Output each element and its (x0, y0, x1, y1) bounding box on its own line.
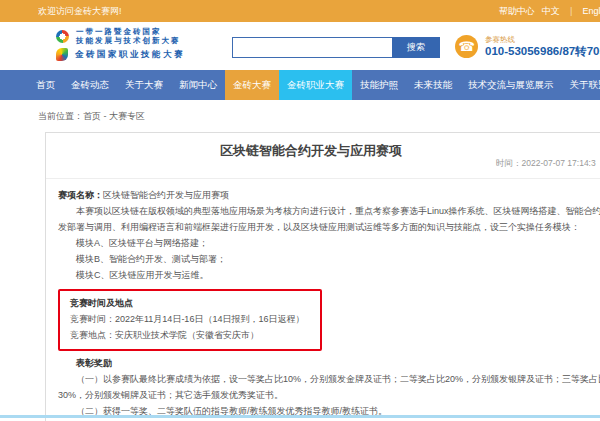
article-time: 时间：2022-07-07 17:14:3 (496, 158, 596, 170)
topbar-divider: ｜ (567, 5, 576, 18)
nav-item-news-center[interactable]: 新闻中心 (171, 70, 225, 100)
breadcrumb: 当前位置：首页 - 大赛专区 (38, 110, 600, 123)
search-bar: 搜索 (232, 37, 440, 58)
main-nav: 首页 金砖动态 关于大赛 新闻中心 金砖大赛 金砖职业大赛 技能护照 未来技能 … (0, 70, 600, 100)
language-en-link[interactable]: English (582, 6, 600, 16)
article-body: 赛项名称：区块链智能合约开发与应用赛项 本赛项以区块链在版权领域的典型落地应用场… (46, 179, 600, 421)
nav-item-brics-vocational-competition[interactable]: 金砖职业大赛 (279, 70, 352, 100)
brics-games-logo-icon (56, 48, 68, 61)
nav-item-about-competition[interactable]: 关于大赛 (117, 70, 171, 100)
event-name-line: 赛项名称：区块链智能合约开发与应用赛项 (58, 187, 600, 203)
search-input[interactable] (232, 37, 392, 58)
phone-icon: ☎ (455, 35, 478, 58)
breadcrumb-label: 当前位置： (38, 111, 83, 121)
help-center-link[interactable]: 帮助中心 (499, 5, 535, 18)
highlight-title: 竞赛时间及地点 (70, 295, 310, 311)
nav-item-about-alliance[interactable]: 关于联盟 (562, 70, 600, 100)
nav-item-brics-competition[interactable]: 金砖大赛 (225, 70, 279, 100)
language-zh-link[interactable]: 中文 (542, 5, 560, 18)
nav-item-skills-passport[interactable]: 技能护照 (352, 70, 406, 100)
logo-text-line3: 金砖国家职业技能大赛 (75, 49, 185, 61)
hotline-label: 参赛热线 (485, 35, 600, 44)
competition-time-place-highlight: 竞赛时间及地点 竞赛时间：2022年11月14日-16日（14日报到，16日返程… (58, 289, 322, 351)
module-b-line: 模块B、智能合约开发、测试与部署； (58, 251, 600, 267)
logo-text-line1: 一带一路暨金砖国家 (76, 27, 181, 36)
topbar: 欢迎访问金砖大赛网! 帮助中心 中文 ｜ English (0, 0, 600, 22)
logo-text-line2: 技能发展与技术创新大赛 (76, 36, 181, 45)
event-name-value: 区块链智能合约开发与应用赛项 (103, 190, 229, 200)
article-meta: 时间：2022-07-07 17:14:3 (46, 160, 600, 179)
search-button[interactable]: 搜索 (392, 37, 440, 58)
nav-item-home[interactable]: 首页 (28, 70, 63, 100)
hotline: ☎ 参赛热线 010-53056986/87转705 (455, 35, 600, 58)
module-c-line: 模块C、区块链应用开发与运维。 (58, 267, 600, 283)
breadcrumb-path[interactable]: 首页 - 大赛专区 (83, 111, 145, 121)
site-header: 一带一路暨金砖国家 技能发展与技术创新大赛 金砖国家职业技能大赛 搜索 ☎ 参赛… (0, 22, 600, 70)
awards-section-title: 表彰奖励 (58, 355, 600, 371)
article-title: 区块链智能合约开发与应用赛项 (46, 133, 576, 160)
article-panel: 区块链智能合约开发与应用赛项 时间：2022-07-07 17:14:3 赛项名… (45, 132, 600, 421)
award-item-1: （一）以参赛队最终比赛成绩为依据，设一等奖占比10%，分别颁发金牌及证书；二等奖… (58, 371, 600, 403)
nav-item-future-skills[interactable]: 未来技能 (406, 70, 460, 100)
topbar-links: 帮助中心 中文 ｜ English (499, 0, 600, 22)
module-a-line: 模块A、区块链平台与网络搭建； (58, 235, 600, 251)
hotline-number: 010-53056986/87转705 (485, 44, 600, 58)
intro-paragraph: 本赛项以区块链在版权领域的典型落地应用场景为考核方向进行设计，重点考察参赛选手L… (58, 203, 600, 235)
nav-item-news-dynamics[interactable]: 金砖动态 (63, 70, 117, 100)
welcome-text: 欢迎访问金砖大赛网! (38, 5, 122, 18)
competition-time: 竞赛时间：2022年11月14日-16日（14日报到，16日返程） (70, 311, 310, 327)
bottom-divider (0, 415, 600, 418)
belt-road-logo-icon (56, 30, 69, 43)
event-name-label: 赛项名称： (58, 190, 103, 200)
competition-location: 竞赛地点：安庆职业技术学院（安徽省安庆市） (70, 327, 310, 343)
nav-item-tech-exchange-exhibition[interactable]: 技术交流与展览展示 (460, 70, 562, 100)
site-logo[interactable]: 一带一路暨金砖国家 技能发展与技术创新大赛 金砖国家职业技能大赛 (56, 27, 185, 61)
